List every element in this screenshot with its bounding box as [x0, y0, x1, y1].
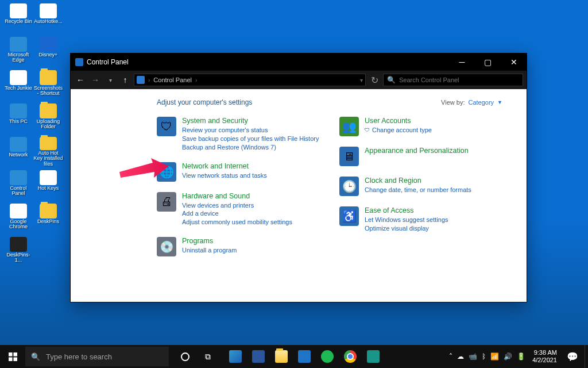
desktop-icon[interactable]: This PC: [3, 103, 33, 133]
category-link[interactable]: View network status and tasks: [182, 171, 267, 180]
desktop-icon[interactable]: Control Panel: [3, 170, 33, 200]
category-title[interactable]: Programs: [182, 237, 237, 245]
desktop-icon[interactable]: Network: [3, 137, 33, 167]
nav-forward-button[interactable]: →: [89, 74, 102, 86]
desktop-icon[interactable]: DeskPins-1...: [3, 237, 33, 267]
category-link[interactable]: Adjust commonly used mobility settings: [182, 218, 292, 227]
category-link[interactable]: Review your computer's status: [182, 126, 319, 135]
desktop-icon[interactable]: Uploading Folder: [33, 103, 63, 133]
desktop-icon[interactable]: Tech Junkie: [3, 70, 33, 100]
category-title[interactable]: System and Security: [182, 117, 319, 125]
chevron-right-icon: ›: [195, 77, 197, 83]
taskbar-app-store[interactable]: [293, 345, 316, 368]
nav-back-button[interactable]: ←: [74, 74, 87, 86]
app-icon: [10, 237, 27, 252]
action-center-button[interactable]: 💬: [560, 345, 585, 368]
control-panel-window: Control Panel ─ ▢ ✕ ← → ▾ ↑ › Control Pa…: [70, 53, 527, 302]
taskbar: 🔍 Type here to search ⧉ ˄ ☁ 📹 ᛒ 📶 🔊 🔋 9:…: [0, 345, 588, 368]
category-link[interactable]: Add a device: [182, 209, 292, 218]
tray-onedrive-icon[interactable]: ☁: [457, 352, 464, 361]
category-title[interactable]: User Accounts: [365, 117, 432, 125]
desktop-icon[interactable]: Microsoft Edge: [3, 37, 33, 67]
shield-icon: 🛡: [365, 126, 370, 133]
start-button[interactable]: [0, 345, 25, 368]
category-programs: 💿ProgramsUninstall a program: [157, 237, 329, 256]
tray-battery-icon[interactable]: 🔋: [517, 352, 525, 361]
category-title[interactable]: Hardware and Sound: [182, 192, 292, 200]
task-view-button[interactable]: ⧉: [196, 345, 219, 368]
category-link[interactable]: Uninstall a program: [182, 246, 237, 255]
breadcrumb-icon: [137, 76, 145, 84]
tray-volume-icon[interactable]: 🔊: [504, 352, 512, 361]
taskbar-clock[interactable]: 9:38 AM 4/2/2021: [529, 349, 560, 364]
titlebar[interactable]: Control Panel ─ ▢ ✕: [71, 53, 527, 71]
desktop-icon-label: Disney+: [39, 52, 58, 57]
category-link[interactable]: 🛡Change account type: [365, 126, 432, 135]
tray-meet-now-icon[interactable]: 📹: [469, 352, 477, 361]
show-desktop-button[interactable]: [585, 345, 588, 368]
close-button[interactable]: ✕: [501, 53, 527, 71]
desktop-icon[interactable]: DeskPins: [33, 204, 63, 233]
taskbar-app-spotify[interactable]: [316, 345, 339, 368]
tray-chevron-up-icon[interactable]: ˄: [449, 352, 452, 361]
desktop-icon[interactable]: Disney+: [33, 37, 63, 67]
category-title[interactable]: Network and Internet: [182, 162, 267, 170]
desktop-icon-label: Screenshots - Shortcut: [33, 86, 63, 97]
desktop-icon-label: Google Chrome: [3, 219, 33, 230]
taskbar-app-word[interactable]: [247, 345, 270, 368]
category-clock-and-region: 🕒Clock and RegionChange date, time, or n…: [339, 177, 512, 196]
nav-recent-button[interactable]: ▾: [104, 74, 117, 86]
tray-wifi-icon[interactable]: 📶: [490, 352, 499, 361]
desktop-icon[interactable]: Auto Hot Key installed files: [33, 137, 63, 167]
category-link[interactable]: Change date, time, or number formats: [365, 186, 471, 194]
desktop-icon-label: Microsoft Edge: [3, 52, 33, 63]
desktop-icon-label: Recycle Bin: [5, 19, 32, 24]
desktop-icon[interactable]: Hot Keys: [33, 170, 63, 200]
app-icon: [10, 137, 27, 152]
maximize-button[interactable]: ▢: [475, 53, 501, 71]
category-network-and-internet: 🌐Network and InternetView network status…: [157, 162, 329, 182]
category-link[interactable]: Save backup copies of your files with Fi…: [182, 135, 319, 143]
taskbar-search[interactable]: 🔍 Type here to search: [25, 347, 169, 366]
desktop-icon-label: DeskPins-1...: [3, 252, 33, 263]
category-system-and-security: 🛡System and SecurityReview your computer…: [157, 117, 329, 152]
address-box[interactable]: › Control Panel › ▾: [134, 74, 366, 86]
view-by-value[interactable]: Category: [468, 99, 494, 106]
tray-bluetooth-icon[interactable]: ᛒ: [482, 352, 486, 361]
taskbar-app-snip[interactable]: [362, 345, 385, 368]
app-icon: [40, 103, 57, 118]
search-box[interactable]: 🔍: [383, 74, 523, 86]
category-link[interactable]: Backup and Restore (Windows 7): [182, 143, 319, 152]
desktop-icon[interactable]: Screenshots - Shortcut: [33, 70, 63, 100]
taskbar-app-chrome[interactable]: [339, 345, 362, 368]
taskbar-app-explorer[interactable]: [270, 345, 293, 368]
taskbar-app-edge[interactable]: [224, 345, 247, 368]
chevron-down-icon[interactable]: ▼: [497, 99, 502, 105]
app-icon: [40, 37, 57, 52]
cortana-button[interactable]: [173, 345, 196, 368]
category-title[interactable]: Clock and Region: [365, 177, 471, 185]
clock-and-region-icon: 🕒: [339, 177, 359, 196]
category-title[interactable]: Appearance and Personalization: [365, 147, 469, 155]
address-dropdown-icon[interactable]: ▾: [360, 77, 363, 83]
nav-up-button[interactable]: ↑: [119, 74, 131, 86]
category-link[interactable]: View devices and printers: [182, 201, 292, 210]
system-tray: ˄ ☁ 📹 ᛒ 📶 🔊 🔋: [446, 352, 529, 361]
search-input[interactable]: [399, 76, 519, 83]
taskbar-search-placeholder: Type here to search: [46, 352, 112, 361]
desktop-icon-label: This PC: [9, 119, 28, 124]
desktop-icon[interactable]: Google Chrome: [3, 204, 33, 233]
svg-rect-3: [9, 357, 13, 361]
desktop-icon[interactable]: AutoHotke...: [33, 3, 63, 33]
breadcrumb-item[interactable]: Control Panel: [153, 76, 192, 83]
desktop-icon[interactable]: Recycle Bin: [3, 3, 33, 33]
appearance-and-personalization-icon: 🖥: [339, 147, 359, 166]
category-link[interactable]: Optimize visual display: [365, 224, 448, 233]
minimize-button[interactable]: ─: [449, 53, 475, 71]
category-title[interactable]: Ease of Access: [365, 206, 448, 214]
category-link[interactable]: Let Windows suggest settings: [365, 216, 448, 224]
app-icon: [40, 3, 57, 18]
desktop-icon-label: DeskPins: [37, 219, 59, 224]
refresh-button[interactable]: ↻: [368, 74, 381, 86]
app-icon: [10, 170, 27, 185]
